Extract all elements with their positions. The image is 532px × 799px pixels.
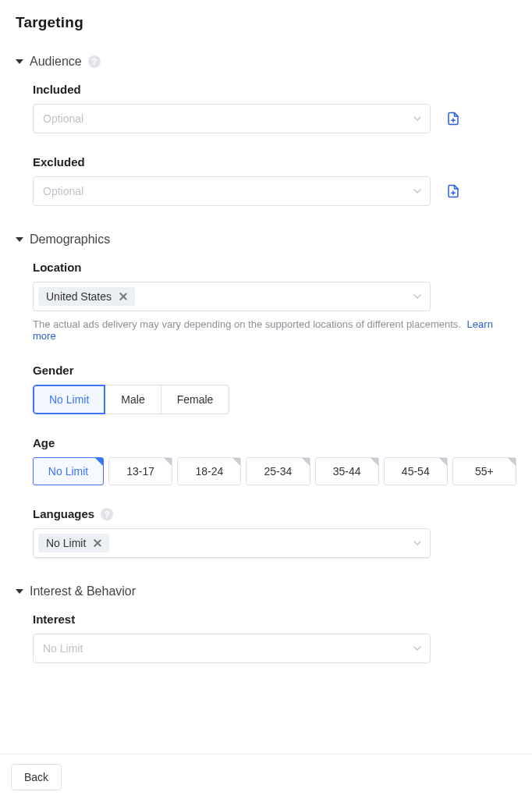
age-45-54[interactable]: 45-54 bbox=[384, 457, 448, 485]
remove-tag-icon[interactable] bbox=[92, 538, 103, 549]
select-audience-included[interactable]: Optional bbox=[33, 104, 431, 133]
chevron-down-icon bbox=[413, 644, 422, 653]
footer-bar: Back bbox=[0, 754, 532, 799]
age-55-plus[interactable]: 55+ bbox=[452, 457, 516, 485]
age-nolimit[interactable]: No Limit bbox=[33, 457, 104, 485]
corner-icon bbox=[439, 458, 447, 466]
gender-group: No Limit Male Female bbox=[33, 385, 229, 414]
label-interest: Interest bbox=[33, 613, 516, 626]
page-title: Targeting bbox=[16, 14, 516, 31]
caret-down-icon bbox=[16, 589, 23, 594]
corner-icon bbox=[164, 458, 172, 466]
label-gender: Gender bbox=[33, 364, 516, 377]
gender-female[interactable]: Female bbox=[161, 385, 230, 414]
corner-icon bbox=[302, 458, 310, 466]
label-location: Location bbox=[33, 261, 516, 274]
section-label-interest: Interest & Behavior bbox=[30, 584, 136, 598]
age-18-24[interactable]: 18-24 bbox=[177, 457, 241, 485]
tag-location: United States bbox=[38, 287, 135, 306]
select-placeholder: Optional bbox=[43, 112, 83, 125]
corner-icon bbox=[508, 458, 516, 466]
section-label-audience: Audience bbox=[30, 55, 82, 69]
tag-language: No Limit bbox=[38, 534, 109, 552]
chevron-down-icon bbox=[413, 186, 422, 196]
label-excluded: Excluded bbox=[33, 155, 516, 169]
select-placeholder: Optional bbox=[43, 185, 83, 197]
corner-icon bbox=[232, 458, 240, 466]
label-included: Included bbox=[33, 83, 516, 96]
age-group: No Limit 13-17 18-24 25-34 35-44 45-54 5… bbox=[33, 457, 516, 485]
section-toggle-interest[interactable]: Interest & Behavior bbox=[16, 584, 516, 598]
tag-text: United States bbox=[46, 290, 112, 303]
gender-male[interactable]: Male bbox=[105, 385, 161, 414]
label-languages: Languages ? bbox=[33, 507, 516, 520]
corner-icon bbox=[95, 458, 103, 466]
caret-down-icon bbox=[16, 237, 23, 242]
section-toggle-audience[interactable]: Audience ? bbox=[16, 55, 516, 69]
age-13-17[interactable]: 13-17 bbox=[108, 457, 172, 485]
section-toggle-demographics[interactable]: Demographics bbox=[16, 233, 516, 247]
help-icon[interactable]: ? bbox=[88, 55, 101, 68]
gender-nolimit[interactable]: No Limit bbox=[33, 385, 105, 414]
age-25-34[interactable]: 25-34 bbox=[246, 457, 310, 485]
select-audience-excluded[interactable]: Optional bbox=[33, 176, 431, 206]
section-label-demographics: Demographics bbox=[30, 233, 110, 247]
caret-down-icon bbox=[16, 59, 23, 64]
corner-icon bbox=[371, 458, 378, 466]
select-placeholder: No Limit bbox=[43, 642, 83, 655]
age-35-44[interactable]: 35-44 bbox=[315, 457, 379, 485]
back-button[interactable]: Back bbox=[11, 764, 62, 790]
new-file-icon[interactable] bbox=[446, 112, 460, 126]
tag-text: No Limit bbox=[46, 537, 86, 549]
select-languages[interactable]: No Limit bbox=[33, 528, 431, 558]
select-location[interactable]: United States bbox=[33, 282, 431, 311]
new-file-icon[interactable] bbox=[446, 184, 460, 198]
label-age: Age bbox=[33, 436, 516, 449]
chevron-down-icon bbox=[413, 292, 422, 301]
remove-tag-icon[interactable] bbox=[118, 291, 129, 302]
chevron-down-icon bbox=[413, 538, 422, 548]
select-interest[interactable]: No Limit bbox=[33, 634, 431, 663]
chevron-down-icon bbox=[413, 114, 422, 123]
help-icon[interactable]: ? bbox=[101, 508, 113, 520]
location-hint: The actual ads delivery may vary dependi… bbox=[33, 318, 516, 342]
